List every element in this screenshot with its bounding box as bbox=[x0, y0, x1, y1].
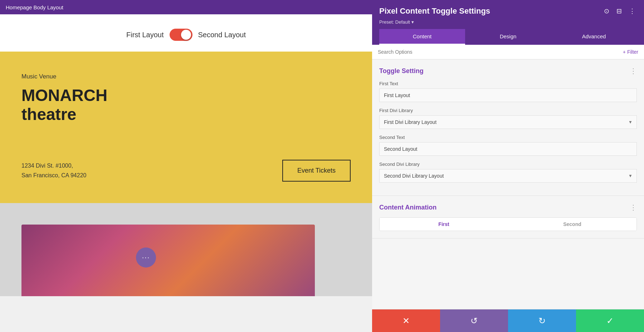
panel-tabs: Content Design Advanced bbox=[379, 29, 637, 45]
filter-button[interactable]: + Filter bbox=[623, 49, 638, 55]
yellow-section: Music Venue MONARCH theatre 1234 Divi St… bbox=[0, 52, 372, 203]
venue-address: 1234 Divi St. #1000, San Francisco, CA 9… bbox=[21, 161, 86, 180]
second-layout-label: Second Layout bbox=[198, 31, 246, 39]
search-input[interactable] bbox=[378, 49, 623, 55]
layout-icon-button[interactable]: ⊟ bbox=[615, 6, 623, 16]
second-divi-select[interactable]: Second Divi Library Layout bbox=[379, 169, 637, 183]
second-text-label: Second Text bbox=[379, 135, 637, 140]
address-line2: San Francisco, CA 94220 bbox=[21, 170, 86, 180]
refresh-button[interactable]: ↻ bbox=[508, 309, 576, 332]
photo-overlay bbox=[21, 225, 315, 296]
venue-label: Music Venue bbox=[21, 73, 351, 80]
first-divi-select[interactable]: First Divi Library Layout bbox=[379, 115, 637, 129]
more-icon-button[interactable]: ⋮ bbox=[628, 6, 637, 16]
animation-tabs: First Second bbox=[379, 217, 637, 231]
first-divi-field-group: First Divi Library First Divi Library La… bbox=[379, 108, 637, 129]
venue-name-line2: theatre bbox=[21, 105, 76, 124]
chat-bubble-button[interactable]: ··· bbox=[136, 247, 156, 268]
second-text-field-group: Second Text bbox=[379, 135, 637, 156]
anim-tab-first[interactable]: First bbox=[380, 218, 508, 231]
event-tickets-button[interactable]: Event Tickets bbox=[282, 160, 351, 182]
venue-details-row: 1234 Divi St. #1000, San Francisco, CA 9… bbox=[21, 160, 351, 182]
layout-toggle[interactable] bbox=[170, 29, 192, 41]
toggle-setting-title: Toggle Setting bbox=[379, 67, 424, 75]
preset-arrow-icon: ▾ bbox=[411, 19, 414, 25]
tab-content[interactable]: Content bbox=[379, 29, 465, 45]
second-divi-field-group: Second Divi Library Second Divi Library … bbox=[379, 162, 637, 183]
chat-dots-icon: ··· bbox=[142, 253, 150, 261]
toggle-setting-header: Toggle Setting ⋮ bbox=[379, 67, 637, 75]
first-divi-label: First Divi Library bbox=[379, 108, 637, 113]
gray-section: ··· bbox=[0, 203, 372, 296]
save-button[interactable]: ✓ bbox=[576, 309, 644, 332]
cancel-button[interactable]: ✕ bbox=[372, 309, 440, 332]
content-animation-title: Content Animation bbox=[379, 204, 436, 211]
second-text-input[interactable] bbox=[379, 142, 637, 156]
address-line1: 1234 Divi St. #1000, bbox=[21, 161, 86, 170]
panel-title: Pixel Content Toggle Settings bbox=[379, 6, 490, 16]
canvas-area: First Layout Second Layout Music Venue M… bbox=[0, 14, 372, 332]
reset-button[interactable]: ↺ bbox=[440, 309, 508, 332]
first-divi-select-wrapper: First Divi Library Layout ▼ bbox=[379, 115, 637, 129]
preset-label: Preset: Default bbox=[379, 19, 410, 25]
content-animation-header: Content Animation ⋮ bbox=[379, 203, 637, 212]
panel-header-icons: ⊙ ⊟ ⋮ bbox=[602, 6, 637, 16]
window-title: Homepage Body Layout bbox=[6, 4, 63, 10]
settings-panel: Pixel Content Toggle Settings ⊙ ⊟ ⋮ Pres… bbox=[372, 0, 644, 332]
anim-tab-second[interactable]: Second bbox=[508, 218, 636, 231]
second-divi-label: Second Divi Library bbox=[379, 162, 637, 167]
toggle-setting-section: Toggle Setting ⋮ First Text First Divi L… bbox=[372, 59, 644, 196]
content-animation-section: Content Animation ⋮ First Second bbox=[372, 196, 644, 239]
first-layout-label: First Layout bbox=[126, 31, 164, 39]
tab-design[interactable]: Design bbox=[465, 29, 551, 45]
panel-body: + Filter Toggle Setting ⋮ First Text Fir… bbox=[372, 45, 644, 309]
panel-preset[interactable]: Preset: Default ▾ bbox=[379, 19, 637, 25]
focus-icon-button[interactable]: ⊙ bbox=[602, 6, 611, 16]
tab-advanced[interactable]: Advanced bbox=[551, 29, 637, 45]
panel-header: Pixel Content Toggle Settings ⊙ ⊟ ⋮ Pres… bbox=[372, 0, 644, 45]
venue-name: MONARCH theatre bbox=[21, 86, 351, 124]
second-divi-select-wrapper: Second Divi Library Layout ▼ bbox=[379, 169, 637, 183]
first-text-field-group: First Text bbox=[379, 81, 637, 102]
panel-header-top: Pixel Content Toggle Settings ⊙ ⊟ ⋮ bbox=[379, 6, 637, 16]
toggle-row: First Layout Second Layout bbox=[0, 14, 372, 52]
toggle-setting-menu-button[interactable]: ⋮ bbox=[630, 67, 637, 75]
first-text-label: First Text bbox=[379, 81, 637, 86]
venue-name-line1: MONARCH bbox=[21, 86, 107, 105]
search-bar: + Filter bbox=[372, 45, 644, 59]
bottom-toolbar: ✕ ↺ ↻ ✓ bbox=[372, 309, 644, 332]
content-animation-menu-button[interactable]: ⋮ bbox=[630, 203, 637, 212]
first-text-input[interactable] bbox=[379, 88, 637, 102]
toggle-knob bbox=[181, 30, 191, 40]
